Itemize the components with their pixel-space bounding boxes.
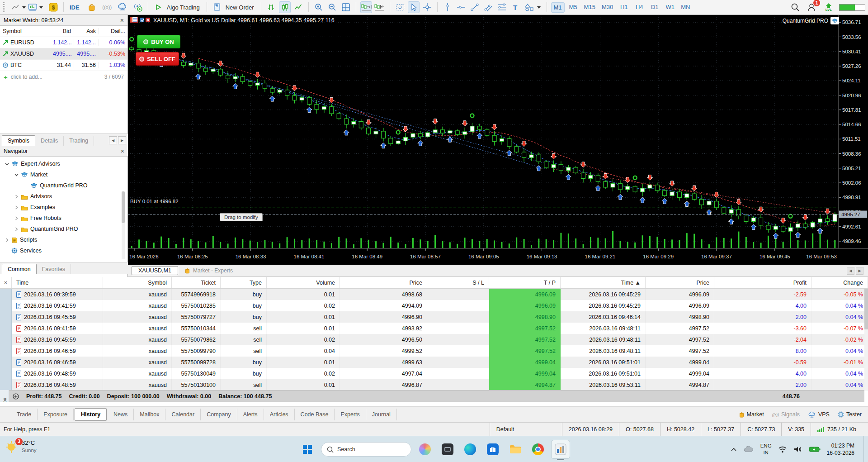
history-col-header[interactable]: Volume: [267, 277, 340, 288]
navigator-close-icon[interactable]: ×: [121, 148, 124, 155]
history-col-header[interactable]: Time ▲: [561, 277, 646, 288]
timeframe-button-m15[interactable]: M15: [582, 2, 598, 13]
taskbar-search[interactable]: Search: [321, 442, 411, 457]
toolbox-tab-alerts[interactable]: Alerts: [237, 409, 264, 420]
show-desktop-button[interactable]: [863, 436, 865, 462]
cloud-icon[interactable]: [117, 1, 128, 13]
taskbar-clock[interactable]: 01:23 PM16-03-2026: [827, 442, 857, 457]
history-col-header[interactable]: Ticket: [172, 277, 221, 288]
weather-widget[interactable]: 3 32°CSunny: [5, 439, 37, 454]
navigator-item-scripts[interactable]: Scripts: [0, 234, 122, 245]
tray-chevron-icon[interactable]: [731, 448, 737, 452]
add-symbol-label[interactable]: click to add...: [11, 74, 42, 80]
history-scrollbar[interactable]: [864, 289, 868, 390]
history-col-header[interactable]: Change: [811, 277, 868, 288]
table-row[interactable]: 2026.03.16 09:46:59xauusd55750099728buy0…: [0, 357, 868, 368]
table-row[interactable]: 2026.03.16 09:48:59xauusd55750130100sell…: [0, 379, 868, 391]
chart-tabs-left-icon[interactable]: ◀: [847, 267, 854, 275]
horizontal-line-tool-icon[interactable]: [455, 1, 467, 13]
user-account-icon[interactable]: 1: [806, 1, 817, 13]
toolbox-tab-news[interactable]: News: [108, 409, 134, 420]
collapsed-chevron-icon[interactable]: [5, 238, 9, 242]
screenshot-icon[interactable]: [394, 1, 406, 13]
market-watch-row[interactable]: BTC31.4431.561.03%: [0, 60, 127, 71]
navigator-scrollbar[interactable]: [122, 191, 125, 259]
history-col-header[interactable]: Price: [340, 277, 427, 288]
navigator-item-market[interactable]: Market: [0, 169, 122, 180]
chart-profile-caret-icon[interactable]: [22, 6, 26, 9]
chart-area[interactable]: 16 Mar 202616 Mar 08:2516 Mar 08:3316 Ma…: [128, 15, 868, 265]
zoom-in-icon[interactable]: [313, 1, 325, 13]
navigator-item-advisors[interactable]: Advisors: [0, 191, 122, 202]
zoom-out-icon[interactable]: [326, 1, 338, 13]
history-col-header[interactable]: Time: [12, 277, 103, 288]
algo-trading-play-icon[interactable]: [152, 1, 164, 13]
volume-icon[interactable]: [793, 446, 802, 453]
channel-tool-icon[interactable]: [482, 1, 494, 13]
toolbox-tab-calendar[interactable]: Calendar: [165, 409, 201, 420]
collapsed-chevron-icon[interactable]: [14, 227, 19, 231]
market-watch-col-header[interactable]: Bid: [50, 28, 74, 34]
crosshair-icon[interactable]: [421, 1, 433, 13]
new-order-label[interactable]: New Order: [226, 4, 254, 11]
history-col-header[interactable]: Price: [646, 277, 714, 288]
fibonacci-tool-icon[interactable]: [496, 1, 508, 13]
line-chart-type-icon[interactable]: [292, 1, 304, 13]
toolbox-tab-articles[interactable]: Articles: [264, 409, 295, 420]
market-watch-col-header[interactable]: Dail...: [99, 28, 128, 34]
market-watch-col-header[interactable]: Ask: [74, 28, 99, 34]
mt5-app-icon[interactable]: [552, 440, 570, 458]
service-button-tester[interactable]: Tester: [838, 411, 862, 418]
market-watch-col-header[interactable]: Symbol: [0, 28, 50, 34]
market-watch-row[interactable]: EURUSD1.142...1.142...0.06%: [0, 37, 127, 48]
service-button-market[interactable]: Market: [739, 411, 764, 418]
history-col-header[interactable]: Profit: [714, 277, 811, 288]
market-watch-tab-details[interactable]: Details: [35, 136, 64, 146]
history-col-header[interactable]: Type: [221, 277, 267, 288]
market-watch-row[interactable]: XAUUSD4995....4995....-0.53%: [0, 48, 127, 60]
ide-button[interactable]: IDE: [68, 1, 81, 13]
table-row[interactable]: 2026.03.16 09:45:59xauusd55750079727buy0…: [0, 311, 868, 323]
timeframe-button-m5[interactable]: M5: [566, 2, 580, 13]
toolbox-tab-exposure[interactable]: Exposure: [38, 409, 74, 420]
table-row[interactable]: 2026.03.16 09:45:59xauusd55750079862sell…: [0, 334, 868, 345]
store-app-icon[interactable]: [484, 440, 502, 458]
toolbox-tab-history[interactable]: History: [75, 408, 107, 421]
timeframe-button-mn[interactable]: MN: [679, 2, 692, 13]
text-tool-icon[interactable]: T: [509, 1, 521, 13]
file-explorer-icon[interactable]: [506, 440, 524, 458]
tile-windows-icon[interactable]: [340, 1, 352, 13]
new-order-icon[interactable]: [211, 1, 223, 13]
timeframe-button-m1[interactable]: M1: [551, 2, 565, 13]
history-col-header[interactable]: Symbol: [103, 277, 172, 288]
navigator-tab-common[interactable]: Common: [2, 264, 37, 274]
edge-browser-icon[interactable]: [461, 440, 479, 458]
toolbox-tab-code-base[interactable]: Code Base: [295, 409, 335, 420]
timeframe-button-m30[interactable]: M30: [599, 2, 615, 13]
expand-summary-icon[interactable]: [13, 393, 19, 400]
collapsed-chevron-icon[interactable]: [14, 216, 19, 220]
timeframe-button-h1[interactable]: H1: [617, 2, 631, 13]
language-indicator[interactable]: ENGIN: [760, 443, 772, 456]
market-watch-add-row[interactable]: + click to add... 3 / 6097: [0, 71, 127, 83]
toolbox-tab-trade[interactable]: Trade: [11, 409, 38, 420]
profiles-caret-icon[interactable]: [39, 6, 43, 9]
collapsed-chevron-icon[interactable]: [14, 195, 19, 199]
chrome-browser-icon[interactable]: [529, 440, 547, 458]
buy-on-button[interactable]: BUY ON: [137, 35, 180, 48]
chart-tabs-right-icon[interactable]: ▶: [856, 267, 863, 275]
candlestick-chart[interactable]: 16 Mar 202616 Mar 08:2516 Mar 08:3316 Ma…: [128, 15, 868, 265]
table-row[interactable]: 2026.03.16 09:41:59xauusd55750010285buy0…: [0, 300, 868, 311]
navigator-item-examples[interactable]: Examples: [0, 202, 122, 213]
market-watch-tab-symbols[interactable]: Symbols: [2, 135, 35, 146]
collapsed-chevron-icon[interactable]: [14, 205, 19, 210]
table-row[interactable]: 2026.03.16 09:41:59xauusd55750010344sell…: [0, 323, 868, 334]
navigator-item-free-robots[interactable]: Free Robots: [0, 213, 122, 224]
search-icon[interactable]: [789, 1, 801, 13]
toolbox-tab-journal[interactable]: Journal: [366, 409, 397, 420]
battery-icon[interactable]: [809, 446, 821, 452]
navigator-tab-favorites[interactable]: Favorites: [37, 264, 71, 274]
onedrive-icon[interactable]: [743, 446, 754, 453]
toolbox-tab-mailbox[interactable]: Mailbox: [134, 409, 165, 420]
tab-scroll-left-icon[interactable]: ◀: [109, 136, 117, 144]
